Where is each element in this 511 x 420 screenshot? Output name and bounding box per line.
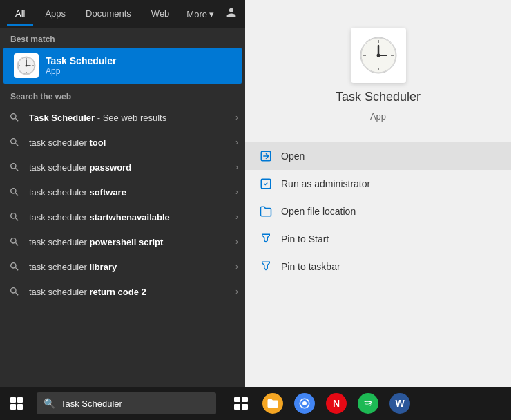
action-pin-start[interactable]: Pin to Start <box>245 225 511 253</box>
taskbar-task-view[interactable] <box>226 387 256 420</box>
svg-rect-30 <box>234 397 240 402</box>
search-result-7[interactable]: task scheduler return code 2 › <box>0 279 245 304</box>
taskbar-chrome[interactable] <box>290 387 319 420</box>
svg-rect-27 <box>17 397 23 403</box>
search-web-label: Search the web <box>0 84 245 105</box>
result-text-7: task scheduler return code 2 <box>29 287 229 297</box>
open-icon <box>259 149 273 163</box>
admin-icon <box>259 177 273 191</box>
search-panel: All Apps Documents Web More ▾ <box>0 0 245 387</box>
nav-tab-more[interactable]: More ▾ <box>181 3 220 25</box>
result-arrow-2: › <box>235 162 238 172</box>
search-icon-1 <box>7 135 22 150</box>
result-text-5: task scheduler powershell script <box>29 237 229 247</box>
best-match-item[interactable]: Task Scheduler App <box>3 48 242 84</box>
svg-rect-29 <box>17 404 23 410</box>
taskbar-search-box[interactable]: 🔍 Task Scheduler <box>37 392 216 414</box>
result-text-1: task scheduler tool <box>29 137 229 148</box>
app-detail: Task Scheduler App <box>245 0 511 135</box>
app-detail-type: App <box>370 111 386 122</box>
taskbar-spotify[interactable] <box>354 387 383 420</box>
best-match-info: Task Scheduler App <box>46 55 116 76</box>
taskbar-app-icons: N W <box>226 387 414 420</box>
taskbar-search-icon: 🔍 <box>44 398 55 409</box>
folder-icon <box>259 204 273 218</box>
pin-taskbar-icon <box>259 260 273 274</box>
search-icon-7 <box>7 284 22 299</box>
taskbar-netflix[interactable]: N <box>322 387 351 420</box>
result-arrow-4: › <box>235 212 238 222</box>
actions-list: Open Run as administrator <box>245 142 511 280</box>
best-match-label: Best match <box>0 28 245 48</box>
right-panel: Task Scheduler App Open <box>245 0 511 387</box>
desktop: Micros Edge Google Chrome μT uTorre... D… <box>0 0 511 420</box>
nav-tabs: All Apps Documents Web More ▾ <box>0 0 245 28</box>
result-text-0: Task Scheduler - See web results <box>29 113 229 123</box>
pin-start-icon <box>259 232 273 246</box>
best-match-app-icon <box>14 53 39 78</box>
search-result-3[interactable]: task scheduler software › <box>0 180 245 204</box>
search-result-4[interactable]: task scheduler startwhenavailable › <box>0 204 245 229</box>
svg-rect-32 <box>234 404 240 410</box>
cursor <box>128 398 128 409</box>
svg-rect-33 <box>242 404 248 410</box>
start-menu: All Apps Documents Web More ▾ <box>0 0 511 387</box>
svg-rect-31 <box>242 397 248 402</box>
search-icon-4 <box>7 209 22 225</box>
result-text-6: task scheduler library <box>29 262 229 272</box>
search-icon-2 <box>7 160 22 175</box>
action-run-admin[interactable]: Run as administrator <box>245 170 511 198</box>
nav-tab-documents[interactable]: Documents <box>77 3 139 26</box>
taskbar-search-text: Task Scheduler <box>61 399 122 409</box>
user-icon[interactable] <box>223 4 240 23</box>
search-icon-3 <box>7 184 22 200</box>
taskbar-word[interactable]: W <box>385 387 414 420</box>
app-detail-name: Task Scheduler <box>336 90 421 104</box>
svg-point-10 <box>26 65 28 67</box>
svg-point-23 <box>376 54 380 57</box>
result-text-4: task scheduler startwhenavailable <box>29 212 229 222</box>
action-open[interactable]: Open <box>245 142 511 170</box>
svg-rect-28 <box>10 404 16 410</box>
search-result-0[interactable]: Task Scheduler - See web results › <box>0 105 245 130</box>
search-icon-0 <box>7 110 22 125</box>
best-match-type: App <box>46 66 116 76</box>
result-arrow-5: › <box>235 237 238 247</box>
taskbar: 🔍 Task Scheduler N <box>0 387 511 420</box>
result-text-3: task scheduler software <box>29 187 229 198</box>
action-location-label: Open file location <box>281 206 356 217</box>
action-admin-label: Run as administrator <box>281 178 370 189</box>
result-text-2: task scheduler password <box>29 162 229 173</box>
search-result-2[interactable]: task scheduler password › <box>0 155 245 180</box>
search-icon-5 <box>7 234 22 249</box>
search-result-1[interactable]: task scheduler tool › <box>0 130 245 155</box>
action-open-label: Open <box>281 151 305 162</box>
search-result-6[interactable]: task scheduler library › <box>0 254 245 279</box>
best-match-name: Task Scheduler <box>46 55 116 66</box>
result-arrow-7: › <box>235 287 238 296</box>
action-pin-start-label: Pin to Start <box>281 233 329 245</box>
action-open-location[interactable]: Open file location <box>245 198 511 225</box>
nav-tab-web[interactable]: Web <box>143 3 178 26</box>
result-arrow-1: › <box>235 137 238 147</box>
nav-tab-apps[interactable]: Apps <box>37 3 74 26</box>
app-detail-icon <box>351 28 406 83</box>
svg-rect-26 <box>10 397 16 403</box>
action-pin-taskbar[interactable]: Pin to taskbar <box>245 253 511 280</box>
action-pin-taskbar-label: Pin to taskbar <box>281 261 340 272</box>
result-arrow-0: › <box>235 113 238 122</box>
start-button[interactable] <box>0 387 33 420</box>
result-arrow-3: › <box>235 187 238 197</box>
svg-point-34 <box>302 401 307 405</box>
search-result-5[interactable]: task scheduler powershell script › <box>0 229 245 254</box>
search-icon-6 <box>7 259 22 274</box>
result-arrow-6: › <box>235 262 238 271</box>
nav-tab-all[interactable]: All <box>7 3 33 26</box>
taskbar-file-explorer[interactable] <box>258 387 287 420</box>
